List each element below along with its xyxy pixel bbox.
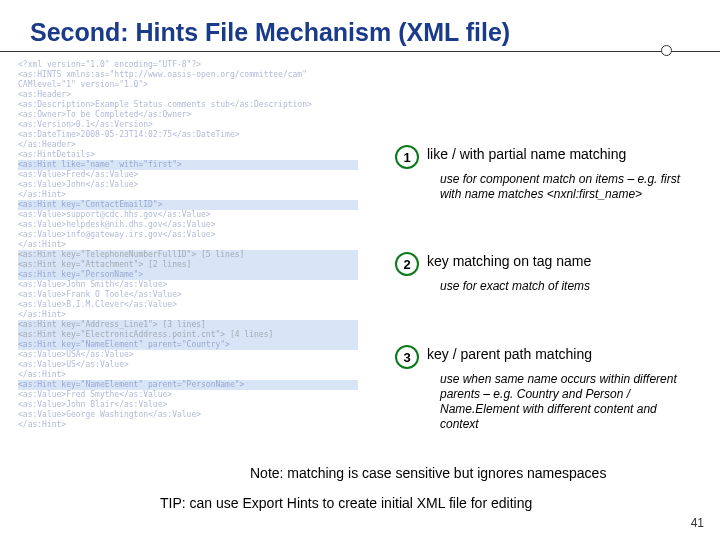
annotation-1-heading: like / with partial name matching (427, 145, 626, 162)
slide-number: 41 (691, 516, 704, 530)
badge-1: 1 (395, 145, 419, 169)
badge-2: 2 (395, 252, 419, 276)
tip-text: TIP: can use Export Hints to create init… (160, 495, 690, 511)
badge-3: 3 (395, 345, 419, 369)
annotation-1: 1 like / with partial name matching use … (395, 145, 695, 202)
annotation-3-sub: use when same name occurs within differe… (440, 372, 695, 432)
annotation-2-sub: use for exact match of items (440, 279, 695, 294)
annotation-3: 3 key / parent path matching use when sa… (395, 345, 695, 432)
annotation-2-heading: key matching on tag name (427, 252, 591, 269)
slide-title: Second: Hints File Mechanism (XML file) (0, 0, 720, 52)
xml-background: <?xml version="1.0" encoding="UTF-8"?><a… (18, 60, 358, 430)
note-text: Note: matching is case sensitive but ign… (250, 465, 690, 481)
annotation-1-sub: use for component match on items – e.g. … (440, 172, 695, 202)
annotation-2: 2 key matching on tag name use for exact… (395, 252, 695, 294)
annotation-3-heading: key / parent path matching (427, 345, 592, 362)
